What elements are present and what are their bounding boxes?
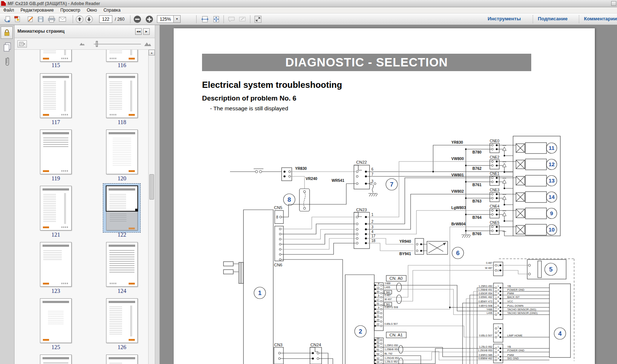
thumbnail-size-slider-thumb[interactable] xyxy=(96,41,98,47)
cn23-pin: 3 xyxy=(371,225,374,229)
previous-page-button[interactable] xyxy=(75,15,84,23)
svg-text:1: 1 xyxy=(497,264,499,267)
thumbnail-page-120[interactable] xyxy=(106,130,138,174)
zoom-out-thumbnails-icon[interactable] xyxy=(79,41,85,46)
save-button[interactable] xyxy=(36,15,45,23)
comment-link[interactable]: Комментарии xyxy=(584,16,617,21)
tacho-signal: YB xyxy=(507,285,511,288)
tacho-wire: 0.85WY 472 xyxy=(479,300,493,303)
panel-header: Миниатюры страниц ◀◀ ▶ xyxy=(15,25,155,38)
thumbnail-page-121[interactable] xyxy=(40,186,72,230)
fullscreen-button[interactable] xyxy=(254,15,262,23)
cna1-pin: 51 xyxy=(376,348,379,351)
zoom-level[interactable]: 125% xyxy=(157,15,174,23)
cna0-pin: 20 xyxy=(376,319,379,321)
document-area[interactable]: DIAGNOSTIC - SELECTION Electrical system… xyxy=(160,25,617,364)
panel-scrollbar[interactable]: ▲ xyxy=(148,50,155,364)
create-pdf-button[interactable] xyxy=(13,15,22,23)
scrollbar-thumb[interactable] xyxy=(149,174,154,200)
comment-button[interactable] xyxy=(227,15,236,23)
fit-page-button[interactable] xyxy=(212,15,221,23)
svg-text:11: 11 xyxy=(549,145,555,151)
cna1-pin: 34 xyxy=(376,361,379,363)
zoom-in-thumbnails-icon[interactable] xyxy=(144,41,151,47)
wiring-diagram: YR830 VR240 8 CN22 xyxy=(203,122,597,364)
cna0-wire: L495 xyxy=(384,286,390,289)
thumbnail-page-128[interactable] xyxy=(106,355,138,364)
menu-edit[interactable]: Редактирование xyxy=(17,8,57,13)
thumbnail-page-118[interactable] xyxy=(106,73,138,118)
panel-splitter[interactable] xyxy=(155,25,160,364)
text-markup-button[interactable] xyxy=(238,15,247,23)
thumbnail-page-115[interactable] xyxy=(40,50,72,62)
thumbnail-page-117[interactable] xyxy=(40,73,72,118)
label-vr240: VR240 xyxy=(306,176,317,181)
tools-link[interactable]: Инструменты xyxy=(488,16,521,21)
menu-view[interactable]: Просмотр xyxy=(57,8,84,13)
fit-width-button[interactable] xyxy=(201,15,209,23)
zoom-out-button[interactable] xyxy=(133,15,142,23)
page-banner: DIAGNOSTIC - SELECTION xyxy=(202,54,531,71)
menu-window[interactable]: Окно xyxy=(84,8,100,13)
page-thumbnails-tab[interactable] xyxy=(3,42,12,53)
next-page-button[interactable] xyxy=(85,15,93,23)
callout-7: 7 xyxy=(386,179,398,190)
callout-6: 6 xyxy=(452,247,464,259)
thumbnail-page-119[interactable] xyxy=(40,130,72,174)
thumbnail-size-slider[interactable] xyxy=(94,44,141,44)
svg-text:2: 2 xyxy=(359,328,362,335)
attachments-tab[interactable] xyxy=(3,56,12,67)
thumbnail-options-button[interactable] xyxy=(17,40,27,48)
thumbnail-number: 125 xyxy=(40,344,72,352)
thumbnail-number: 126 xyxy=(106,344,138,352)
connector-cn22 xyxy=(354,165,370,189)
menu-file[interactable]: Файл xyxy=(0,8,17,13)
page-view-navigator-box[interactable] xyxy=(106,185,138,212)
menu-help[interactable]: Справка xyxy=(100,8,124,13)
zoom-in-button[interactable] xyxy=(145,15,154,23)
connector-limp xyxy=(493,324,549,342)
cna1-wire: BL 792 xyxy=(384,352,392,355)
connector-cn24 xyxy=(310,347,322,364)
tacho-feeds xyxy=(463,288,549,364)
print-button[interactable] xyxy=(47,15,56,23)
controller-block xyxy=(243,210,273,364)
security-lock-button[interactable] xyxy=(1,26,13,39)
svg-text:CN. A0: CN. A0 xyxy=(390,276,403,281)
shield-label-580: 580 xyxy=(384,290,392,294)
tacho-pin: 6 xyxy=(497,304,499,307)
tacho-signal: POWER GND xyxy=(507,288,525,291)
tacho-wire: 1.25BrB 451 xyxy=(478,289,492,291)
thumbnail-page-126[interactable] xyxy=(106,298,138,343)
thumbnail-page-125[interactable] xyxy=(40,298,72,343)
tacho-signal: PULL DOWN xyxy=(507,304,523,307)
thumbnail-page-123[interactable] xyxy=(40,242,72,287)
sign-link[interactable]: Подписание xyxy=(538,16,568,21)
wire-yr830 xyxy=(291,172,356,189)
toolbar-separator xyxy=(223,15,224,23)
cne-row-0: YR830 CNE0 B780 11 xyxy=(451,139,557,156)
page-number-input[interactable] xyxy=(99,15,112,23)
thumbnail-page-116[interactable] xyxy=(106,50,138,62)
cna0-pin: 17 xyxy=(376,298,379,301)
panel-menu-button[interactable]: ▶ xyxy=(143,28,150,35)
collapse-panel-button[interactable]: ◀◀ xyxy=(135,28,142,35)
thumbnail-page-127[interactable] xyxy=(40,355,72,364)
zoom-dropdown-arrow[interactable]: ▼ xyxy=(173,15,181,23)
email-button[interactable] xyxy=(58,15,67,23)
callout-8: 8 xyxy=(283,194,295,205)
thumbnail-number: 118 xyxy=(106,119,138,127)
scrollbar-up-arrow[interactable]: ▲ xyxy=(149,50,155,56)
minimize-button[interactable] xyxy=(611,1,616,6)
svg-text:CNE4: CNE4 xyxy=(490,204,500,208)
thumbnail-page-124[interactable] xyxy=(106,242,138,287)
thumbnail-number: 119 xyxy=(40,175,72,183)
sign-button[interactable] xyxy=(26,15,35,23)
label-cn22: CN22 xyxy=(356,160,367,164)
fan-wire: 0.85RG 985 xyxy=(479,354,492,356)
tacho-wire: L495 xyxy=(487,312,492,314)
cne-row-1: VW800 CNE2 B762 12 xyxy=(451,155,557,173)
open-button[interactable] xyxy=(3,15,12,23)
navigator-resize-handle[interactable] xyxy=(135,209,138,212)
thumbnail-number: 124 xyxy=(106,288,138,296)
